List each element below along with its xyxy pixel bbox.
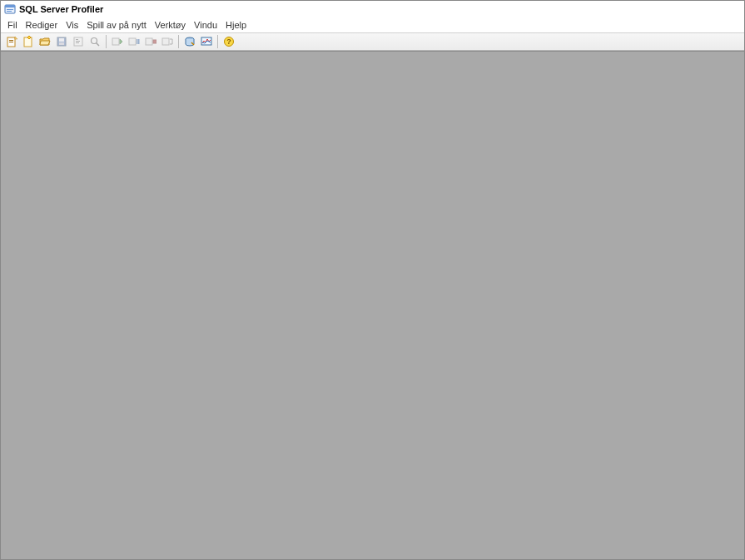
svg-marker-20 [120,39,122,44]
svg-rect-22 [137,39,138,44]
save-button [54,34,69,49]
menu-file[interactable]: Fil [4,19,21,31]
save-icon [56,36,67,47]
pause-trace-button [127,34,142,49]
svg-rect-13 [74,37,82,46]
window-title: SQL Server Profiler [19,4,103,14]
svg-rect-3 [7,11,12,12]
svg-rect-16 [76,42,79,43]
svg-rect-8 [24,37,32,47]
new-template-button[interactable] [21,34,36,49]
run-trace-button [110,34,125,49]
svg-rect-10 [57,37,66,46]
new-trace-icon [6,36,17,47]
pause-trace-icon [128,36,140,47]
toolbar-separator [178,35,179,48]
svg-rect-15 [76,41,80,42]
svg-rect-2 [7,9,13,10]
menu-tools[interactable]: Verktøy [151,19,189,31]
svg-rect-19 [112,38,119,45]
properties-button [71,34,86,49]
find-button [87,34,102,49]
help-button[interactable]: ? [221,34,236,49]
svg-point-17 [92,38,97,44]
find-icon [89,36,101,47]
svg-rect-25 [153,40,156,43]
menubar: Fil Rediger Vis Spill av på nytt Verktøy… [1,17,744,32]
database-tuning-icon [184,36,196,47]
perf-monitor-icon [201,36,212,47]
svg-marker-7 [15,37,17,39]
svg-rect-12 [59,42,64,45]
svg-rect-26 [162,38,169,45]
svg-rect-14 [76,39,78,40]
svg-rect-5 [9,40,13,41]
templates-icon [161,36,173,47]
svg-rect-24 [146,38,152,45]
run-trace-icon [112,36,123,47]
help-icon: ? [223,36,235,47]
menu-view[interactable]: Vis [62,19,82,31]
open-button[interactable] [37,34,52,49]
menu-replay[interactable]: Spill av på nytt [83,19,150,31]
svg-rect-1 [5,5,15,7]
menu-window[interactable]: Vindu [191,19,221,31]
database-tuning-button[interactable] [182,34,197,49]
new-trace-button[interactable] [4,34,19,49]
svg-line-18 [97,43,100,47]
app-icon [4,3,16,15]
properties-icon [72,36,84,47]
stop-trace-button [143,34,158,49]
clear-trace-button [160,34,175,49]
menu-help[interactable]: Hjelp [222,19,250,31]
svg-rect-6 [9,42,13,42]
mdi-client-area [1,51,744,559]
svg-text:?: ? [226,37,231,46]
toolbar-separator [106,35,107,48]
toolbar: ? [1,32,744,51]
svg-rect-11 [59,38,64,42]
new-template-icon [22,36,34,47]
svg-rect-23 [138,39,140,44]
app-window: SQL Server Profiler Fil Rediger Vis Spil… [1,1,744,559]
svg-rect-21 [129,38,136,45]
menu-edit[interactable]: Rediger [22,19,62,31]
perf-monitor-button[interactable] [199,34,214,49]
stop-trace-icon [145,36,156,47]
toolbar-separator [217,35,218,48]
open-folder-icon [39,36,51,47]
titlebar: SQL Server Profiler [1,1,744,17]
